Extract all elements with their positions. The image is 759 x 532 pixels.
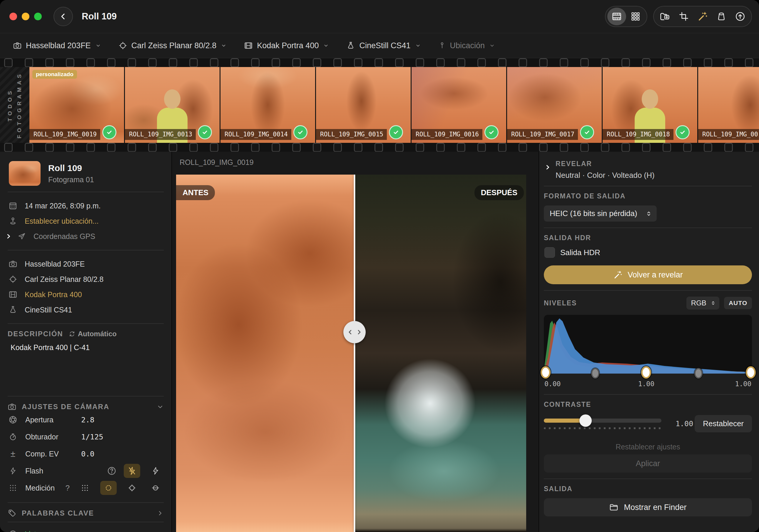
filmstrip-thumbnail[interactable]: ROLL_109_IMG_0017 [507,67,602,143]
roll-subtitle: Fotograma 01 [48,175,94,184]
camera-dropdown[interactable]: Hasselblad 203FE [11,41,102,51]
levels-handle-gold[interactable] [540,366,551,379]
thumbnail-filename: ROLL_109_IMG_0013 [125,129,196,140]
chevron-down-icon [490,43,495,48]
traffic-lights [9,13,42,20]
film-row[interactable]: Kodak Portra 400 [8,287,164,302]
hdr-checkbox[interactable] [544,247,555,258]
lens-dropdown[interactable]: Carl Zeiss Planar 80/2.8 [117,41,228,51]
view-toggle-group [605,6,647,27]
check-icon: ✓ [45,530,51,532]
auto-enhance-button[interactable] [693,8,712,25]
metering-matrix-toggle[interactable] [77,481,93,495]
sprocket-hole [745,143,753,152]
sprocket-hole [25,58,33,67]
levels-handle-gray[interactable] [694,368,702,379]
keywords-header[interactable]: PALABRAS CLAVE [8,509,164,517]
sprocket-hole [457,58,465,67]
map-pin-icon [8,217,18,225]
filmstrip: TODOS FOTOGRAMAS personalizado ROLL_109_… [0,58,759,152]
reveal-label: REVELAR [556,160,655,168]
sprocket-hole [354,143,362,152]
up-down-icon [646,210,652,217]
camera-settings-header[interactable]: AJUSTES DE CÁMARA [8,402,164,411]
contrast-slider[interactable] [544,419,661,429]
before-badge: ANTES [176,185,215,200]
view-grid-button[interactable] [626,8,645,25]
flash-label: Flash [25,467,81,475]
levels-handle-gold[interactable] [641,366,651,379]
reset-adjustments-link[interactable]: Restablecer ajustes [544,442,752,451]
sprocket-hole [662,58,671,67]
film-dropdown[interactable]: Kodak Portra 400 [242,41,330,51]
chevron-right-icon [356,329,362,335]
lab-row: CineStill CS41 [8,302,164,318]
location-dropdown[interactable]: Ubicación [437,41,497,51]
metering-partial-toggle[interactable] [124,481,140,495]
new-roll-button[interactable] [656,8,674,25]
crop-button[interactable] [674,8,693,25]
contrast-reset-button[interactable]: Restablecer [695,415,752,432]
sprocket-hole [251,143,260,152]
minimize-window-button[interactable] [22,13,29,20]
flash-off-toggle[interactable] [124,464,140,478]
apply-button[interactable]: Aplicar [544,454,752,473]
sprocket-hole [683,143,692,152]
camera-value: Hasselblad 203FE [25,260,85,268]
metering-centerweighted-toggle[interactable] [147,481,164,495]
filmstrip-thumbnail[interactable]: ROLL_109_IMG_0018 [603,67,697,143]
compare-slider-handle[interactable] [343,321,366,343]
redevelop-button[interactable]: Volver a revelar [544,265,752,284]
gps-row[interactable]: Coordenadas GPS [8,229,164,244]
filmstrip-thumbnail[interactable]: ROLL_109_IMG_0013 [125,67,220,143]
show-in-finder-button[interactable]: Mostrar en Finder [544,498,752,516]
plus-minus-icon: ± [8,449,18,458]
levels-channel-value: RGB [691,299,706,307]
thumbnail-filename: ROLL_109_IMG_0019 [29,129,100,140]
output-format-select[interactable]: HEIC (16 bits sin pérdida) [544,206,657,222]
filmstrip-thumbnail[interactable]: ROLL_109_IMG_0016 [412,67,506,143]
zoom-window-button[interactable] [34,13,42,20]
metering-help[interactable]: ? [65,483,70,493]
reveal-section-header[interactable]: REVELAR Neutral · Color · Volteado (H) [544,160,752,180]
levels-channel-select[interactable]: RGB [686,297,719,310]
set-location-link[interactable]: Establecer ubicación... [8,213,164,229]
titlebar: Roll 109 [0,0,759,33]
sprocket-hole [45,143,54,152]
magic-wand-icon [613,270,623,280]
export-button[interactable] [731,8,750,25]
sprocket-hole [292,143,301,152]
sprocket-hole [86,143,95,152]
filmstrip-thumbnail[interactable]: ROLL_109_IMG_0014 [220,67,315,143]
levels-handle-gray[interactable] [591,368,599,379]
filmstrip-thumbnail[interactable]: ROLL_109_IMG_00 [698,67,759,143]
flash-help-icon[interactable] [107,466,117,476]
metering-spot-toggle[interactable] [100,481,117,495]
axis-label-right: 1.00 [735,380,751,388]
levels-handle-gold[interactable] [746,366,756,379]
sprocket-hole [477,143,486,152]
close-window-button[interactable] [9,13,17,20]
lab-dropdown[interactable]: CineStill CS41 [344,41,422,51]
chevron-down-icon [96,43,101,48]
check-badge [293,125,307,139]
all-frames-tab[interactable]: TODOS FOTOGRAMAS [0,67,29,143]
description-value: Kodak Portra 400 | C-41 [11,343,164,352]
auto-description-toggle[interactable]: Automático [68,330,117,338]
lens-row: Carl Zeiss Planar 80/2.8 [8,272,164,287]
sprocket-hole [395,143,404,152]
sprocket-hole [519,143,527,152]
back-button[interactable] [54,7,73,26]
contrast-knob[interactable] [579,414,592,427]
view-filmstrip-button[interactable] [607,8,626,25]
filmstrip-thumbnail[interactable]: ROLL_109_IMG_0015 [316,67,411,143]
develop-tank-button[interactable] [712,8,731,25]
levels-auto-button[interactable]: AUTO [724,297,752,309]
auto-description-label: Automático [78,330,117,338]
contrast-label: CONTRASTE [544,400,752,408]
axis-label-mid: 1.00 [638,380,654,388]
keywords-label: PALABRAS CLAVE [22,509,94,517]
ev-value: 0.0 [81,450,94,458]
flash-on-toggle[interactable] [147,464,164,478]
filmstrip-thumbnail[interactable]: personalizado ROLL_109_IMG_0019 [29,67,124,143]
